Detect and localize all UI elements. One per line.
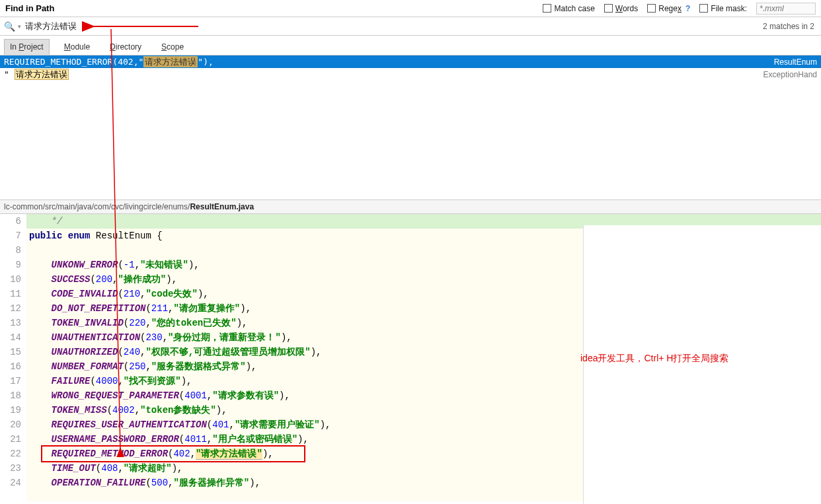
words-checkbox[interactable]: Words: [604, 4, 638, 13]
tab-module[interactable]: Module: [59, 40, 95, 54]
checkbox-icon: [647, 4, 656, 13]
search-input[interactable]: [25, 21, 104, 31]
dialog-title: Find in Path: [5, 3, 54, 13]
result-file-label: ExceptionHand: [763, 70, 817, 79]
checkbox-icon: [543, 4, 551, 13]
checkbox-icon: [699, 4, 708, 13]
results-list: REQUIRED_METHOD_ERROR(402,"请求方法错误"),Resu…: [0, 55, 821, 199]
result-row[interactable]: REQUIRED_METHOD_ERROR(402,"请求方法错误"),Resu…: [0, 55, 821, 68]
annotation-text: idea开发工具，Ctrl+ H打开全局搜索: [580, 353, 728, 365]
checkbox-icon: [604, 4, 613, 13]
tab-scope[interactable]: Scope: [156, 40, 189, 54]
search-history-dropdown[interactable]: ▾: [18, 23, 21, 30]
file-mask-input[interactable]: [756, 3, 816, 15]
match-count: 2 matches in 2: [763, 22, 817, 31]
result-row[interactable]: " 请求方法错误ExceptionHand: [0, 68, 821, 81]
tab-directory[interactable]: Directory: [104, 40, 147, 54]
match-case-checkbox[interactable]: Match case: [543, 4, 594, 13]
regex-help-icon[interactable]: ?: [685, 4, 690, 13]
result-file-label: ResultEnum: [774, 57, 817, 67]
search-icon: 🔍: [4, 21, 15, 32]
tab-in-project[interactable]: In Project: [4, 39, 50, 55]
regex-checkbox[interactable]: Regex ?: [647, 4, 690, 13]
breadcrumb: lc-common/src/main/java/com/cvc/livingci…: [0, 199, 821, 214]
file-mask-checkbox[interactable]: File mask:: [699, 4, 747, 13]
side-panel: [583, 225, 821, 504]
